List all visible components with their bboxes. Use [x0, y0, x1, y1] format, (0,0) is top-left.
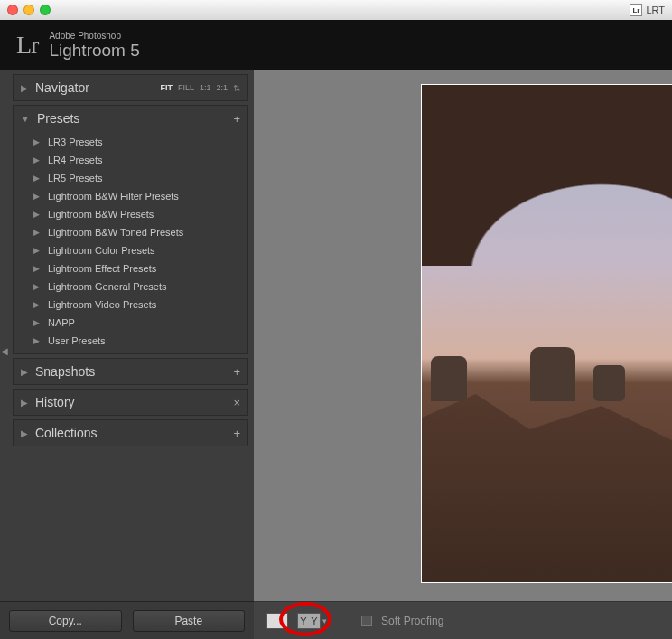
suite-label: Adobe Photoshop [49, 31, 139, 41]
add-snapshot-icon[interactable]: + [233, 365, 240, 379]
navigator-section: ▶ Navigator FIT FILL 1:1 2:1 ⇅ [13, 74, 248, 101]
loupe-view-button[interactable] [266, 613, 288, 629]
preset-label: Lightroom Color Presets [48, 245, 155, 256]
triangle-right-icon: ▶ [33, 228, 41, 237]
preset-label: LR4 Presets [48, 155, 103, 165]
preset-folder[interactable]: ▶User Presets [19, 332, 242, 350]
preset-label: User Presets [48, 335, 106, 346]
snapshots-header[interactable]: ▶ Snapshots + [14, 359, 247, 384]
zoom-stepper-icon[interactable]: ⇅ [233, 83, 240, 93]
navigator-header[interactable]: ▶ Navigator FIT FILL 1:1 2:1 ⇅ [14, 75, 247, 100]
add-collection-icon[interactable]: + [233, 427, 240, 440]
preset-label: Lightroom General Presets [48, 281, 166, 292]
triangle-right-icon: ▶ [21, 367, 28, 377]
presets-list: ▶LR3 Presets ▶LR4 Presets ▶LR5 Presets ▶… [14, 131, 247, 353]
minimize-window-button[interactable] [23, 5, 34, 15]
zoom-2-1[interactable]: 2:1 [216, 83, 228, 92]
traffic-lights [7, 5, 51, 15]
zoom-fill[interactable]: FILL [178, 83, 194, 92]
triangle-right-icon: ▶ [21, 398, 28, 408]
history-label: History [35, 395, 233, 409]
triangle-right-icon: ▶ [33, 246, 41, 255]
add-preset-icon[interactable]: + [233, 112, 240, 126]
left-panel: ◀ ▶ Navigator FIT FILL 1:1 2:1 ⇅ [0, 70, 254, 639]
copy-button[interactable]: Copy... [9, 610, 122, 632]
preset-label: Lightroom B&W Presets [48, 209, 154, 220]
soft-proofing-label: Soft Proofing [381, 615, 443, 627]
preset-folder[interactable]: ▶Lightroom B&W Filter Presets [19, 187, 242, 205]
app-title-block: Adobe Photoshop Lightroom 5 [49, 31, 139, 61]
navigator-label: Navigator [35, 80, 160, 95]
triangle-right-icon: ▶ [33, 282, 41, 291]
snapshots-label: Snapshots [35, 364, 233, 379]
preset-folder[interactable]: ▶Lightroom Video Presets [19, 296, 242, 314]
triangle-right-icon: ▶ [33, 155, 41, 164]
copy-paste-bar: Copy... Paste [0, 601, 254, 639]
triangle-right-icon: ▶ [33, 137, 41, 146]
before-after-view-button[interactable]: Y Y [297, 613, 321, 629]
app-header: Lr Adobe Photoshop Lightroom 5 [0, 20, 672, 70]
presets-section: ▼ Presets + ▶LR3 Presets ▶LR4 Presets ▶L… [13, 105, 248, 354]
clear-history-icon[interactable]: × [233, 396, 240, 409]
preset-folder[interactable]: ▶LR5 Presets [19, 169, 242, 187]
preview-image [421, 84, 672, 583]
triangle-right-icon: ▶ [33, 174, 41, 183]
preset-label: Lightroom Video Presets [48, 299, 156, 310]
image-canvas[interactable] [254, 70, 672, 601]
y-left-icon: Y [298, 614, 309, 628]
app-logo: Lr [16, 31, 38, 60]
zoom-window-button[interactable] [40, 5, 51, 15]
triangle-right-icon: ▶ [33, 210, 41, 219]
collections-section: ▶ Collections + [13, 419, 248, 446]
history-header[interactable]: ▶ History × [14, 390, 247, 415]
paste-button[interactable]: Paste [133, 610, 246, 632]
navigator-zoom-ratios: FIT FILL 1:1 2:1 ⇅ [160, 83, 240, 93]
triangle-right-icon: ▶ [33, 300, 41, 309]
history-section: ▶ History × [13, 389, 248, 416]
preset-folder[interactable]: ▶Lightroom Effect Presets [19, 259, 242, 277]
before-after-dropdown-icon[interactable]: ▾ [322, 616, 327, 625]
title-right-label: LRT [646, 5, 665, 15]
develop-toolbar: Y Y ▾ Soft Proofing [254, 601, 672, 639]
preset-folder[interactable]: ▶LR3 Presets [19, 133, 242, 151]
product-label: Lightroom 5 [49, 41, 139, 60]
zoom-1-1[interactable]: 1:1 [200, 83, 211, 92]
triangle-right-icon: ▶ [21, 83, 28, 93]
preset-label: NAPP [48, 317, 75, 328]
triangle-right-icon: ▶ [33, 264, 41, 273]
preset-folder[interactable]: ▶NAPP [19, 314, 242, 332]
preset-label: Lightroom Effect Presets [48, 263, 156, 274]
soft-proofing-checkbox[interactable] [361, 616, 372, 626]
preset-label: Lightroom B&W Toned Presets [48, 227, 183, 238]
preset-folder[interactable]: ▶Lightroom General Presets [19, 277, 242, 296]
presets-header[interactable]: ▼ Presets + [14, 106, 247, 131]
preset-label: LR5 Presets [48, 173, 103, 183]
close-window-button[interactable] [7, 5, 18, 15]
snapshots-section: ▶ Snapshots + [13, 358, 248, 385]
preset-folder[interactable]: ▶Lightroom Color Presets [19, 241, 242, 259]
main-panel: Y Y ▾ Soft Proofing [254, 70, 672, 639]
triangle-right-icon: ▶ [33, 192, 41, 201]
preset-label: Lightroom B&W Filter Presets [48, 191, 179, 202]
lrt-icon: Lr [630, 4, 642, 16]
title-right: Lr LRT [630, 4, 665, 16]
preset-folder[interactable]: ▶Lightroom B&W Toned Presets [19, 223, 242, 241]
window-titlebar: Lr LRT [0, 0, 672, 20]
preset-label: LR3 Presets [48, 136, 103, 147]
triangle-right-icon: ▶ [33, 318, 41, 327]
panel-collapse-grip[interactable]: ◀ [0, 342, 9, 360]
triangle-down-icon: ▼ [21, 114, 30, 124]
collections-label: Collections [35, 426, 233, 440]
preset-folder[interactable]: ▶LR4 Presets [19, 151, 242, 169]
presets-label: Presets [37, 111, 234, 126]
triangle-right-icon: ▶ [33, 336, 41, 345]
preset-folder[interactable]: ▶Lightroom B&W Presets [19, 205, 242, 223]
collections-header[interactable]: ▶ Collections + [14, 420, 247, 446]
y-right-icon: Y [309, 614, 320, 628]
triangle-right-icon: ▶ [21, 428, 28, 438]
zoom-fit[interactable]: FIT [160, 83, 173, 92]
